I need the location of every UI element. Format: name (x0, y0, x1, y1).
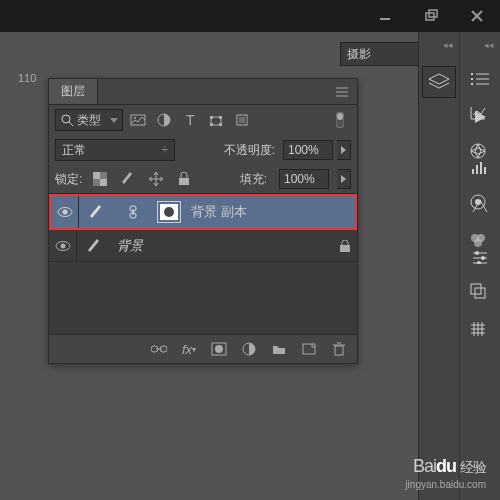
layer-visibility-toggle[interactable] (51, 196, 79, 228)
filter-toggle-button[interactable] (329, 109, 351, 131)
svg-rect-26 (179, 178, 189, 185)
svg-point-63 (471, 144, 485, 158)
dock-color-icon[interactable] (464, 189, 492, 215)
svg-line-9 (69, 122, 73, 126)
svg-rect-24 (93, 172, 100, 179)
delete-layer-button[interactable] (329, 339, 349, 359)
opacity-label: 不透明度: (224, 142, 275, 159)
svg-point-28 (62, 210, 67, 215)
layer-item[interactable]: 背景 (49, 230, 357, 262)
layer-filter-selector[interactable]: 类型 (55, 109, 123, 131)
new-layer-button[interactable] (299, 339, 319, 359)
svg-text:T: T (186, 113, 195, 127)
brush-icon (83, 235, 107, 257)
svg-rect-70 (475, 288, 485, 298)
layer-visibility-toggle[interactable] (49, 230, 77, 261)
dock-styles-icon[interactable] (464, 316, 492, 342)
watermark: Baidu经验 jingyan.baidu.com (405, 456, 486, 490)
search-icon (60, 113, 74, 127)
svg-rect-20 (239, 117, 245, 123)
dock-paragraph-icon[interactable] (466, 66, 494, 92)
brush-icon (85, 201, 109, 223)
link-layers-button[interactable] (149, 339, 169, 359)
fill-stepper[interactable] (337, 169, 351, 189)
dock-layers-icon[interactable] (422, 66, 456, 98)
blend-mode-label: 正常 (62, 142, 86, 159)
group-button[interactable] (269, 339, 289, 359)
tab-layers[interactable]: 图层 (49, 79, 98, 104)
layer-mask-button[interactable] (209, 339, 229, 359)
svg-point-11 (134, 117, 136, 119)
svg-rect-25 (100, 179, 107, 186)
svg-point-68 (474, 239, 482, 247)
layer-name[interactable]: 背景 (113, 237, 333, 255)
svg-point-65 (475, 199, 481, 205)
layers-panel: 图层 类型 T 正常 ÷ 不透明度: 100% 锁定: 填充: 100% (48, 78, 358, 364)
dock-navigator-icon[interactable] (464, 138, 492, 164)
svg-rect-52 (471, 83, 473, 85)
lock-pixels-button[interactable] (118, 170, 138, 188)
fill-value[interactable]: 100% (279, 169, 329, 189)
layer-style-button[interactable]: fx▾ (179, 339, 199, 359)
svg-rect-43 (303, 344, 315, 354)
workspace-selected-label: 摄影 (347, 46, 371, 63)
panel-menu-button[interactable] (327, 79, 357, 104)
layer-item-selected[interactable]: 背景 副本 (49, 194, 357, 230)
svg-rect-50 (471, 73, 473, 75)
ruler-mark: 110 (18, 72, 36, 84)
svg-point-41 (215, 345, 223, 353)
svg-rect-17 (210, 123, 213, 126)
lock-label: 锁定: (55, 171, 82, 188)
lock-position-button[interactable] (146, 170, 166, 188)
dock-history-icon[interactable] (464, 100, 492, 126)
svg-point-8 (62, 115, 70, 123)
filter-pixel-button[interactable] (127, 109, 149, 131)
dock-collapse-right[interactable]: ◂◂ (460, 40, 501, 54)
layer-name[interactable]: 背景 副本 (187, 203, 355, 221)
blend-mode-selector[interactable]: 正常 ÷ (55, 139, 175, 161)
svg-point-33 (164, 207, 174, 217)
close-button[interactable] (454, 0, 500, 32)
filter-adjustment-button[interactable] (153, 109, 175, 131)
dock-collapse-left[interactable]: ◂◂ (419, 40, 459, 54)
opacity-value[interactable]: 100% (283, 140, 333, 160)
svg-rect-16 (219, 116, 222, 119)
watermark-url: jingyan.baidu.com (405, 479, 486, 490)
chevron-down-icon (110, 118, 118, 123)
mask-thumbnail[interactable] (157, 201, 181, 223)
filter-type-button[interactable]: T (179, 109, 201, 131)
lock-all-button[interactable] (174, 170, 194, 188)
dock-libraries-icon[interactable] (464, 227, 492, 253)
adjustment-layer-button[interactable] (239, 339, 259, 359)
svg-rect-22 (337, 113, 343, 120)
layer-lock-icon (333, 240, 357, 252)
svg-rect-36 (340, 245, 350, 252)
link-icon (121, 201, 145, 223)
maximize-button[interactable] (408, 0, 454, 32)
filter-shape-button[interactable] (205, 109, 227, 131)
minimize-button[interactable] (362, 0, 408, 32)
filter-smart-button[interactable] (231, 109, 253, 131)
svg-rect-15 (210, 116, 213, 119)
lock-transparency-button[interactable] (90, 170, 110, 188)
svg-point-35 (60, 243, 65, 248)
svg-rect-10 (131, 115, 145, 125)
svg-rect-18 (219, 123, 222, 126)
svg-rect-51 (471, 78, 473, 80)
svg-rect-69 (471, 284, 481, 294)
filter-type-label: 类型 (77, 112, 101, 129)
fill-label: 填充: (240, 171, 267, 188)
opacity-stepper[interactable] (337, 140, 351, 160)
dock-clone-icon[interactable] (464, 278, 492, 304)
svg-rect-44 (335, 346, 343, 355)
